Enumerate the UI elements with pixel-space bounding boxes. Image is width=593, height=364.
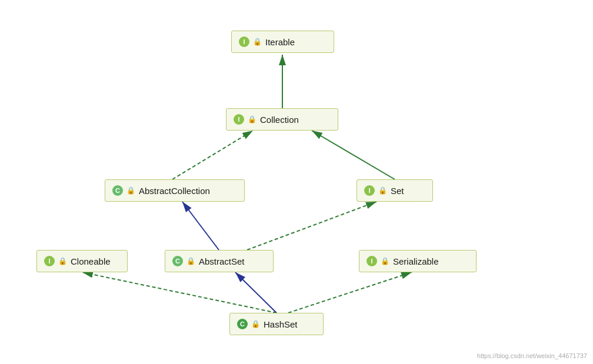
node-iterable: I 🔒 Iterable — [231, 31, 334, 53]
svg-line-1 — [172, 131, 253, 179]
node-abstract-collection: C 🔒 AbstractCollection — [105, 179, 245, 202]
lock-icon-cloneable: 🔒 — [58, 257, 67, 265]
lock-icon-iterable: 🔒 — [253, 38, 262, 46]
icon-interface-cloneable: I — [44, 256, 55, 266]
node-set: I 🔒 Set — [357, 179, 433, 202]
icon-class-abstract-collection: C — [112, 185, 123, 196]
node-serializable: I 🔒 Serializable — [359, 250, 477, 272]
node-abstract-set: C 🔒 AbstractSet — [165, 250, 274, 272]
watermark: https://blog.csdn.net/weixin_44671737 — [477, 352, 587, 359]
icon-interface-iterable: I — [239, 36, 249, 47]
label-iterable: Iterable — [265, 37, 295, 47]
diagram-container: I 🔒 Iterable I 🔒 Collection C 🔒 Abstract… — [0, 0, 593, 364]
label-cloneable: Cloneable — [71, 256, 111, 266]
label-serializable: Serializable — [393, 256, 439, 266]
lock-icon-abstract-set: 🔒 — [186, 257, 195, 265]
svg-line-5 — [82, 272, 276, 313]
label-hashset: HashSet — [264, 319, 298, 329]
node-collection: I 🔒 Collection — [226, 108, 338, 131]
node-hashset: C 🔒 HashSet — [229, 313, 324, 335]
arrows-svg — [0, 0, 593, 364]
svg-line-3 — [182, 202, 219, 250]
lock-icon-abstract-collection: 🔒 — [126, 186, 135, 195]
svg-line-2 — [312, 131, 395, 179]
icon-interface-serializable: I — [367, 256, 377, 266]
icon-class-hashset: C — [237, 319, 248, 329]
lock-icon-set: 🔒 — [378, 186, 387, 195]
label-abstract-set: AbstractSet — [199, 256, 245, 266]
lock-icon-hashset: 🔒 — [251, 320, 260, 328]
icon-interface-collection: I — [234, 114, 244, 125]
label-abstract-collection: AbstractCollection — [139, 186, 210, 196]
label-collection: Collection — [260, 115, 299, 125]
icon-class-abstract-set: C — [172, 256, 183, 266]
lock-icon-serializable: 🔒 — [381, 257, 389, 265]
svg-line-4 — [247, 202, 377, 250]
svg-line-6 — [235, 272, 276, 313]
lock-icon-collection: 🔒 — [248, 115, 256, 123]
node-cloneable: I 🔒 Cloneable — [36, 250, 128, 272]
icon-interface-set: I — [364, 185, 375, 196]
svg-line-7 — [288, 272, 412, 313]
label-set: Set — [391, 186, 404, 196]
